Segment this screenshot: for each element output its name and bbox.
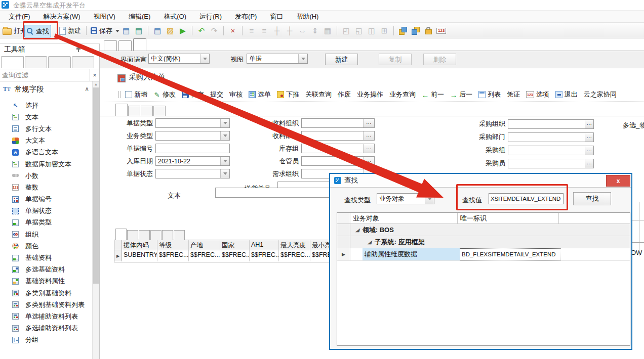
grid-cell[interactable]: $$FREC...	[220, 250, 250, 261]
form-toolbar-item[interactable]: ✎ 修改	[153, 90, 176, 99]
save-dropdown-caret-icon[interactable]	[115, 30, 119, 34]
menu-item[interactable]: 发布(P)	[228, 11, 263, 22]
bring-to-front-icon[interactable]	[398, 26, 408, 36]
form-tab[interactable]	[128, 106, 140, 116]
document-tab[interactable]	[133, 38, 146, 51]
chevron-down-icon[interactable]	[425, 194, 434, 204]
open-form-icon[interactable]: ▤	[153, 26, 162, 36]
form-field-control[interactable]	[155, 131, 230, 141]
detail-grid-tab[interactable]	[115, 229, 127, 240]
field-button[interactable]	[220, 169, 229, 178]
toolbox-item[interactable]: 多类别基础资料	[0, 287, 92, 299]
toolbox-item[interactable]: 分组	[0, 334, 92, 346]
form-tab[interactable]	[115, 104, 128, 116]
collapse-chevron-icon[interactable]: ∧	[85, 85, 89, 93]
form-toolbar-item[interactable]: 审核	[229, 90, 243, 99]
form-tab[interactable]	[141, 106, 153, 116]
toolbox-item[interactable]: ↖ 选择	[0, 100, 92, 111]
form-field-control[interactable]	[508, 146, 594, 155]
form-field-control[interactable]	[301, 131, 375, 141]
form-field-control[interactable]	[155, 169, 230, 178]
toolbox-item[interactable]: 多类别基础资料列表	[0, 299, 92, 310]
toolbox-item[interactable]: 小数	[0, 170, 92, 182]
new-button[interactable]: 新建	[58, 25, 83, 36]
document-tab[interactable]	[104, 40, 117, 51]
grid-column-header[interactable]: AH1	[250, 240, 279, 250]
clear-filter-icon[interactable]: ×	[90, 69, 99, 81]
form-field-control[interactable]	[155, 144, 230, 153]
grid-column-header[interactable]: 据体内码	[122, 240, 157, 250]
result-object-cell[interactable]: 辅助属性维度数据	[363, 248, 460, 260]
menu-item[interactable]: 文件(F)	[2, 11, 37, 22]
find-submit-button[interactable]: 查找	[573, 192, 611, 205]
form-field-control[interactable]: 2021-10-22	[155, 156, 230, 166]
form-toolbar-item[interactable]: 业务查询	[389, 90, 416, 99]
form-toolbar-item[interactable]: 下推	[277, 90, 299, 99]
menu-item[interactable]: 解决方案(W)	[37, 11, 87, 22]
grid-column-header[interactable]: 等级	[157, 240, 189, 250]
grid-cell[interactable]: $$FREC...	[157, 250, 189, 261]
run-form-icon[interactable]: ▶	[178, 26, 187, 36]
lock-icon[interactable]	[424, 26, 433, 36]
toolbox-item[interactable]: 多选基础资料	[0, 264, 92, 276]
lookup-ellipsis-button[interactable]	[363, 144, 374, 153]
form-info-icon[interactable]: ▤	[134, 26, 143, 36]
grid-cell[interactable]: $$FREC...	[189, 250, 220, 261]
form-toolbar-item[interactable]: 退出	[555, 90, 578, 99]
results-group-row[interactable]: ◢ 领域: BOS	[337, 224, 630, 236]
collapse-triangle-icon[interactable]: ◢	[355, 227, 359, 233]
result-id-cell[interactable]: BD_FLEXSITEMDETAILV_EXTEND	[460, 248, 561, 260]
form-toolbar-item[interactable]: → 后一	[450, 90, 472, 99]
form-field-control[interactable]	[155, 118, 230, 128]
toolbox-item[interactable]: 基础资料	[0, 252, 92, 263]
form-toolbar-item[interactable]: ← 前一	[422, 90, 444, 99]
toolbox-item[interactable]: 颜色	[0, 240, 92, 252]
grid-cell[interactable]: $$FREC...	[310, 250, 332, 261]
detail-grid-tab[interactable]	[150, 230, 162, 240]
scrollbar-thumb[interactable]	[93, 87, 99, 284]
detail-grid-tab[interactable]	[139, 230, 150, 240]
toolbox-item[interactable]: 单据类型	[0, 217, 92, 229]
document-tab[interactable]	[118, 40, 132, 51]
form-toolbar-item[interactable]: 业务操作	[357, 90, 383, 99]
toolbox-item[interactable]: 单选辅助资料列表	[0, 310, 92, 322]
toolbox-item[interactable]: 123 整数	[0, 182, 92, 193]
form-toolbar-item[interactable]: 列表	[478, 90, 501, 99]
form-field-control[interactable]	[301, 144, 375, 153]
menu-item[interactable]: 格式(O)	[157, 11, 193, 22]
detail-grid-tab[interactable]	[127, 230, 138, 240]
scroll-up-icon[interactable]: ▲	[94, 82, 98, 86]
build-tools-icon[interactable]: ▨	[166, 26, 175, 36]
new-view-button[interactable]: 新建	[325, 54, 358, 65]
field-button[interactable]	[220, 119, 229, 127]
new-form-icon[interactable]: ▤	[122, 26, 131, 36]
send-to-back-icon[interactable]	[411, 26, 420, 36]
toolbox-item[interactable]: 文本	[0, 111, 92, 123]
grid-cell[interactable]: $$FREC...	[250, 250, 279, 261]
undo-icon[interactable]: ↶	[197, 26, 206, 36]
toolbox-item[interactable]: 组织	[0, 229, 92, 240]
dialog-close-button[interactable]: x	[606, 175, 630, 187]
form-toolbar-item[interactable]: 选单	[249, 90, 271, 99]
form-field-control[interactable]	[301, 118, 375, 128]
results-data-row[interactable]: ▶ 辅助属性维度数据 BD_FLEXSITEMDETAILV_EXTEND	[337, 248, 630, 261]
lookup-ellipsis-button[interactable]	[363, 157, 374, 165]
find-type-select[interactable]: 业务对象	[377, 193, 434, 204]
toolbox-item[interactable]: 数据库加密文本	[0, 158, 92, 170]
form-toolbar-item[interactable]: 云之家协同	[584, 90, 617, 99]
form-toolbar-item[interactable]: 新增	[125, 90, 147, 99]
results-subgroup-row[interactable]: ◢ 子系统: 应用框架	[337, 236, 630, 248]
grid-column-header[interactable]: 产地	[189, 240, 220, 250]
close-icon[interactable]: ×	[89, 46, 93, 54]
form-toolbar-item[interactable]: 关联查询	[305, 90, 332, 99]
lookup-ellipsis-button[interactable]	[585, 133, 593, 142]
chevron-down-icon[interactable]	[200, 54, 209, 63]
menu-item[interactable]: 编辑(E)	[122, 11, 157, 22]
form-tab[interactable]	[153, 106, 166, 116]
lookup-ellipsis-button[interactable]	[585, 120, 593, 128]
lookup-ellipsis-button[interactable]	[585, 146, 593, 155]
toolbox-scrollbar[interactable]: ▲	[92, 81, 99, 359]
pin-icon[interactable]	[76, 47, 81, 53]
form-toolbar-item[interactable]: 保存	[182, 90, 204, 99]
form-field-control[interactable]	[508, 132, 594, 142]
